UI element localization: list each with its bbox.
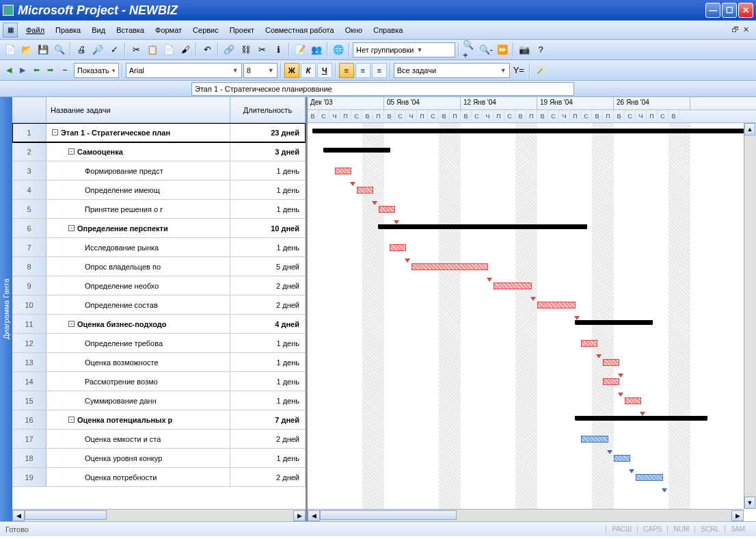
menu-collab[interactable]: Совместная работа: [260, 23, 340, 37]
outline-toggle-icon[interactable]: -: [68, 417, 75, 423]
task-name-cell[interactable]: Исследование рынка: [46, 238, 230, 257]
nav-forward-button[interactable]: ▶: [16, 64, 29, 77]
task-row[interactable]: 17Оценка емкости и ста2 дней: [12, 430, 306, 449]
duration-cell[interactable]: 23 дней: [230, 123, 306, 142]
task-notes-button[interactable]: 📝: [293, 42, 308, 57]
zoom-out-button[interactable]: 🔍-: [478, 42, 494, 57]
task-name-cell[interactable]: -Этап 1 - Стратегическое план: [46, 123, 230, 142]
view-bar[interactable]: Диаграмма Ганта: [0, 97, 12, 521]
spellcheck-button[interactable]: ✓: [107, 42, 122, 57]
duration-cell[interactable]: 1 день: [230, 391, 306, 410]
task-name-cell[interactable]: Оценка потребности: [46, 468, 230, 486]
gantt-task-bar[interactable]: [494, 282, 532, 289]
scroll-up-button[interactable]: ▲: [744, 123, 755, 135]
paste-button[interactable]: 📄: [161, 42, 176, 57]
menu-window[interactable]: Окно: [340, 23, 368, 37]
cut-button[interactable]: ✂: [129, 42, 144, 57]
close-button[interactable]: ✕: [738, 3, 753, 18]
maximize-button[interactable]: ☐: [722, 3, 737, 18]
task-row[interactable]: 1-Этап 1 - Стратегическое план23 дней: [12, 123, 306, 142]
gantt-summary-bar[interactable]: [379, 224, 586, 229]
column-header-name[interactable]: Название задачи: [46, 97, 230, 122]
row-number[interactable]: 8: [12, 257, 46, 276]
unlink-task-button[interactable]: ⛓: [238, 42, 253, 57]
duration-cell[interactable]: 10 дней: [230, 219, 306, 237]
row-number[interactable]: 18: [12, 449, 46, 467]
duration-cell[interactable]: 4 дней: [230, 315, 306, 333]
gantt-task-bar[interactable]: [636, 474, 663, 481]
gantt-task-bar[interactable]: [603, 378, 619, 385]
menu-service[interactable]: Сервис: [187, 23, 224, 37]
gantt-task-bar[interactable]: [581, 436, 608, 443]
duration-cell[interactable]: 1 день: [230, 334, 306, 352]
duration-cell[interactable]: 1 день: [230, 200, 306, 218]
task-name-cell[interactable]: Определение требова: [46, 334, 230, 352]
column-header-duration[interactable]: Длительность: [230, 97, 306, 122]
print-button[interactable]: 🖨: [74, 42, 89, 57]
undo-button[interactable]: ↶: [200, 42, 215, 57]
right-h-scrollbar[interactable]: ◀ ▶: [308, 509, 744, 521]
save-button[interactable]: 💾: [36, 42, 51, 57]
duration-cell[interactable]: 1 день: [230, 238, 306, 257]
entry-field[interactable]: Этап 1 - Стратегическое планирование: [191, 82, 574, 96]
print-preview-button[interactable]: 🔎: [90, 42, 105, 57]
gantt-summary-bar[interactable]: [576, 416, 707, 421]
task-name-cell[interactable]: Определение имеющ: [46, 181, 230, 199]
v-scrollbar[interactable]: ▲ ▼: [744, 123, 756, 509]
task-row[interactable]: 10Определение состав2 дней: [12, 295, 306, 315]
task-name-cell[interactable]: Рассмотрение возмо: [46, 372, 230, 391]
task-row[interactable]: 9Определение необхо2 дней: [12, 276, 306, 295]
row-number[interactable]: 4: [12, 181, 46, 199]
task-name-cell[interactable]: Формирование предст: [46, 161, 230, 180]
underline-button[interactable]: Ч: [317, 63, 332, 78]
goto-task-button[interactable]: ⏩: [495, 42, 510, 57]
duration-cell[interactable]: 2 дней: [230, 468, 306, 486]
gantt-task-bar[interactable]: [537, 302, 576, 308]
row-number[interactable]: 12: [12, 334, 46, 352]
row-number[interactable]: 10: [12, 295, 46, 314]
task-name-cell[interactable]: Опрос владельцев по: [46, 257, 230, 276]
duration-cell[interactable]: 3 дней: [230, 142, 306, 161]
row-number[interactable]: 9: [12, 276, 46, 295]
gantt-scroll-left-button[interactable]: ◀: [308, 510, 320, 521]
task-name-cell[interactable]: Оценка емкости и ста: [46, 430, 230, 448]
menu-insert[interactable]: Вставка: [111, 23, 150, 37]
gantt-summary-bar[interactable]: [576, 320, 652, 325]
outline-toggle-icon[interactable]: -: [68, 225, 75, 231]
task-row[interactable]: 8Опрос владельцев по5 дней: [12, 257, 306, 276]
minimize-button[interactable]: —: [705, 3, 720, 18]
gantt-chart[interactable]: [308, 123, 756, 521]
menu-file[interactable]: Файл: [21, 23, 50, 37]
scroll-left-button[interactable]: ◀: [12, 510, 25, 521]
outline-toggle-icon[interactable]: -: [68, 148, 75, 155]
font-size-select[interactable]: 8▼: [243, 63, 278, 78]
scroll-right-button[interactable]: ▶: [293, 510, 306, 521]
split-task-button[interactable]: ✂: [254, 42, 269, 57]
gantt-task-bar[interactable]: [335, 168, 351, 174]
task-name-cell[interactable]: Суммирование данн: [46, 391, 230, 410]
task-name-cell[interactable]: Оценка уровня конкур: [46, 449, 230, 467]
row-number[interactable]: 6: [12, 219, 46, 237]
task-name-cell[interactable]: -Оценка бизнес-подходо: [46, 315, 230, 333]
task-row[interactable]: 11-Оценка бизнес-подходо4 дней: [12, 315, 306, 334]
italic-button[interactable]: К: [301, 63, 316, 78]
task-name-cell[interactable]: -Самооценка: [46, 142, 230, 161]
mdi-restore-icon[interactable]: 🗗: [731, 25, 739, 34]
open-button[interactable]: 📂: [19, 42, 34, 57]
task-row[interactable]: 5Принятие решения о г1 день: [12, 200, 306, 219]
task-row[interactable]: 12Определение требова1 день: [12, 334, 306, 353]
menu-edit[interactable]: Правка: [50, 23, 86, 37]
format-painter-button[interactable]: 🖌: [178, 42, 193, 57]
outdent-button[interactable]: ⬅: [30, 64, 42, 77]
left-h-scrollbar[interactable]: ◀ ▶: [12, 509, 306, 521]
align-right-button[interactable]: ≡: [372, 63, 387, 78]
row-number[interactable]: 16: [12, 410, 46, 429]
search-button[interactable]: 🔍: [52, 42, 67, 57]
row-number[interactable]: 19: [12, 468, 46, 486]
row-number[interactable]: 2: [12, 142, 46, 161]
nav-back-button[interactable]: ◀: [3, 64, 15, 77]
gantt-task-bar[interactable]: [379, 206, 395, 213]
task-name-cell[interactable]: Определение состав: [46, 295, 230, 314]
duration-cell[interactable]: 1 день: [230, 449, 306, 467]
duration-cell[interactable]: 1 день: [230, 353, 306, 371]
